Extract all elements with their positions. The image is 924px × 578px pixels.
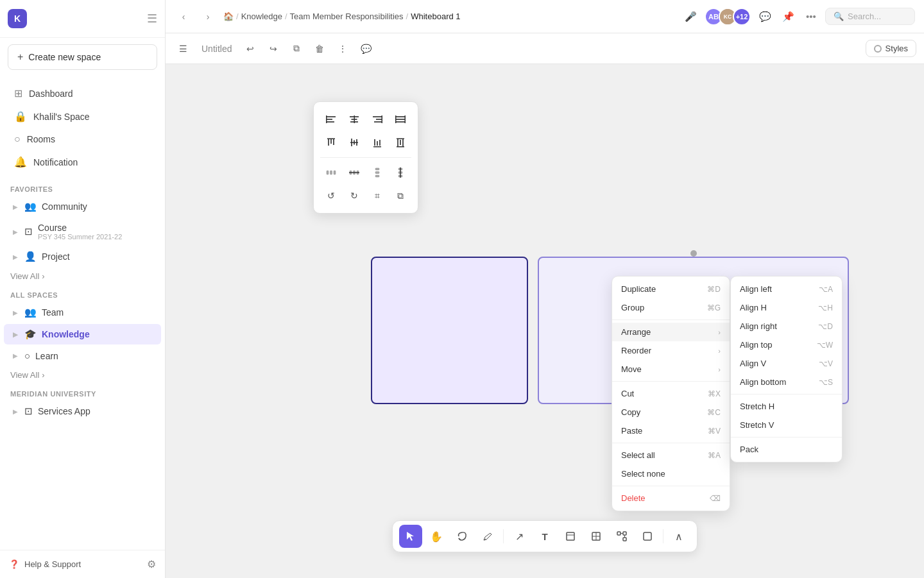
align-top-button[interactable] — [320, 132, 342, 153]
duplicate-style-button[interactable]: ⧉ — [389, 185, 411, 207]
styles-button[interactable]: Styles — [866, 40, 916, 57]
sub-pack[interactable]: Pack — [731, 440, 842, 459]
sub-align-bottom[interactable]: Align bottom ⌥S — [731, 373, 842, 391]
svg-rect-59 — [623, 532, 626, 535]
sidebar-item-dashboard[interactable]: ⊞ Dashboard — [4, 82, 161, 105]
ctx-reorder[interactable]: Reorder › — [612, 341, 730, 360]
ctx-cut[interactable]: Cut ⌘X — [612, 384, 730, 403]
align-left-button[interactable] — [320, 108, 342, 130]
align-right-button[interactable] — [366, 108, 388, 130]
forward-button[interactable]: › — [199, 8, 217, 26]
sidebar-item-project[interactable]: ▶ 👤 Project — [4, 246, 161, 267]
tool-select-button[interactable] — [399, 525, 422, 548]
sidebar-item-rooms[interactable]: ○ Rooms — [4, 128, 161, 150]
svg-rect-18 — [405, 115, 406, 123]
canvas-area[interactable]: ↺ ↻ ⌗ ⧉ Duplicate ⌘D Group ⌘G Arrange › — [166, 64, 924, 578]
tool-table-button[interactable] — [585, 525, 608, 548]
sub-align-left[interactable]: Align left ⌥A — [731, 280, 842, 298]
ctx-copy[interactable]: Copy ⌘C — [612, 403, 730, 421]
distribute-h-button[interactable] — [320, 162, 342, 183]
svg-rect-30 — [373, 146, 381, 148]
ctx-group[interactable]: Group ⌘G — [612, 298, 730, 317]
chevron-right-icon: ▶ — [13, 228, 18, 235]
ctx-paste[interactable]: Paste ⌘V — [612, 421, 730, 440]
align-justify-button[interactable] — [389, 108, 411, 130]
tool-text-button[interactable]: T — [533, 525, 556, 548]
rotate-cw-button[interactable]: ↻ — [343, 185, 365, 207]
sidebar-item-knowledge[interactable]: ▶ 🎓 Knowledge — [4, 324, 161, 344]
sub-align-top[interactable]: Align top ⌥W — [731, 336, 842, 354]
align-bottom-button[interactable] — [366, 132, 388, 153]
svg-rect-32 — [400, 140, 401, 145]
sub-stretch-h[interactable]: Stretch H — [731, 397, 842, 416]
distribute-v-button[interactable] — [366, 162, 388, 183]
rotate-ccw-button[interactable]: ↺ — [320, 185, 342, 207]
ctx-duplicate[interactable]: Duplicate ⌘D — [612, 280, 730, 298]
tool-hand-button[interactable]: ✋ — [425, 525, 448, 548]
ctx-select-all[interactable]: Select all ⌘A — [612, 446, 730, 464]
favorites-view-all[interactable]: View All › — [0, 268, 165, 285]
tool-shape-button[interactable] — [636, 525, 659, 548]
home-breadcrumb[interactable]: 🏠 — [223, 12, 234, 21]
sidebar-item-team[interactable]: ▶ 👥 Team — [4, 302, 161, 323]
back-button[interactable]: ‹ — [175, 8, 193, 26]
svg-rect-33 — [402, 139, 404, 146]
link-button[interactable]: ⌗ — [366, 185, 388, 207]
chevron-right-icon: ▶ — [13, 253, 18, 260]
tmr-breadcrumb[interactable]: Team Member Responsibilities — [290, 12, 404, 21]
favorites-label: FAVORITES — [0, 179, 165, 196]
copy-style-button[interactable]: ⧉ — [287, 39, 306, 58]
align-middle-v-button[interactable] — [343, 132, 365, 153]
align-distribute-v-button[interactable] — [389, 132, 411, 153]
svg-rect-62 — [644, 532, 651, 540]
svg-rect-20 — [330, 139, 332, 144]
microphone-button[interactable]: 🎤 — [681, 8, 699, 26]
spaces-view-all[interactable]: View All › — [0, 366, 165, 384]
ctx-delete[interactable]: Delete ⌫ — [612, 489, 730, 507]
sidebar-item-learn[interactable]: ▶ ○ Learn — [4, 346, 161, 366]
canvas-shape-left[interactable] — [371, 257, 528, 404]
sub-align-right[interactable]: Align right ⌥D — [731, 317, 842, 336]
distribute-hh-button[interactable] — [343, 162, 365, 183]
tool-connect-button[interactable] — [610, 525, 633, 548]
align-center-h-button[interactable] — [343, 108, 365, 130]
undo-button[interactable]: ↩ — [241, 39, 260, 58]
create-new-space-button[interactable]: + Create new space — [8, 44, 157, 70]
tool-arrow-button[interactable]: ↗ — [508, 525, 531, 548]
more-button[interactable]: ⋮ — [333, 39, 352, 58]
more-options-button[interactable]: ••• — [802, 8, 820, 26]
sidebar-item-community[interactable]: ▶ 👥 Community — [4, 196, 161, 217]
comment-button[interactable]: 💬 — [356, 39, 375, 58]
menu-icon[interactable]: ☰ — [173, 39, 193, 58]
knowledge-breadcrumb[interactable]: Knowledge — [241, 12, 282, 21]
sidebar-item-khalils-space[interactable]: 🔒 Khalil's Space — [4, 105, 161, 128]
sidebar-item-services-app[interactable]: ▶ ⊡ Services App — [4, 401, 161, 421]
search-box[interactable]: 🔍 Search... — [825, 8, 915, 25]
settings-gear-button[interactable]: ⚙ — [147, 558, 156, 570]
tool-sticky-button[interactable] — [559, 525, 582, 548]
sidebar-toggle-btn[interactable]: ☰ — [147, 13, 157, 24]
ctx-arrange[interactable]: Arrange › — [612, 323, 730, 341]
help-support-button[interactable]: ❓ Help & Support — [9, 559, 81, 569]
tool-draw-button[interactable] — [476, 525, 499, 548]
chat-button[interactable]: 💬 — [756, 8, 774, 26]
sub-align-h[interactable]: Align H ⌥H — [731, 298, 842, 317]
canvas-handle-dot[interactable] — [690, 250, 697, 257]
sidebar-item-notification[interactable]: 🔔 Notification — [4, 151, 161, 173]
tool-lasso-button[interactable] — [450, 525, 474, 548]
tool-expand-button[interactable]: ∧ — [667, 525, 690, 548]
redo-button[interactable]: ↪ — [264, 39, 283, 58]
ctx-select-none[interactable]: Select none — [612, 464, 730, 483]
sidebar-item-course[interactable]: ▶ ⊡ Course PSY 345 Summer 2021-22 — [4, 218, 161, 245]
sub-align-v[interactable]: Align V ⌥V — [731, 354, 842, 373]
pin-button[interactable]: 📌 — [779, 8, 797, 26]
plus-icon: + — [17, 51, 23, 63]
delete-button[interactable]: 🗑 — [310, 39, 329, 58]
distribute-vv-button[interactable] — [389, 162, 411, 183]
all-spaces-label: ALL SPACES — [0, 285, 165, 302]
sub-stretch-v[interactable]: Stretch V — [731, 416, 842, 434]
svg-rect-13 — [382, 115, 383, 123]
sidebar-footer: ❓ Help & Support ⚙ — [0, 550, 165, 578]
whiteboard-title[interactable]: Untitled — [196, 44, 237, 54]
ctx-move[interactable]: Move › — [612, 360, 730, 378]
